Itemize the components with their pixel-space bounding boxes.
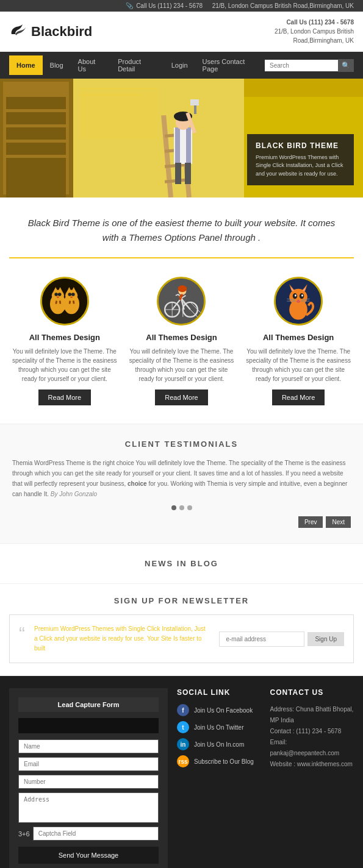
number-input[interactable] — [18, 775, 159, 789]
feature-icon-1 — [40, 277, 89, 326]
svg-rect-17 — [175, 127, 180, 164]
logo[interactable]: Blackbird — [9, 23, 92, 40]
search-input[interactable] — [265, 60, 338, 71]
linkedin-icon: in — [177, 738, 189, 750]
signup-button[interactable]: Sign Up — [307, 632, 344, 646]
social-facebook[interactable]: f Join Us On Facebook — [177, 704, 261, 716]
hero-section: BLACK BIRD THEME Premium WordPress Theme… — [0, 79, 363, 197]
cyclist-icon — [159, 279, 204, 324]
feature-title-2: All Themes Design — [129, 333, 234, 342]
news-section: NEWS IN BLOG — [0, 544, 363, 584]
footer-form: Lead Capture Form 3+6 Send Your Message — [9, 688, 168, 868]
nav-home[interactable]: Home — [9, 55, 43, 75]
svg-point-42 — [54, 293, 58, 296]
newsletter-form: Sign Up — [219, 631, 344, 647]
nav-blog[interactable]: Blog — [43, 55, 71, 75]
feature-desc-1: You will definitely love the Theme. The … — [12, 347, 118, 383]
main-nav: Home Blog About Us Product Detail Login … — [0, 52, 363, 79]
svg-point-76 — [295, 294, 297, 297]
svg-rect-7 — [6, 143, 66, 155]
svg-point-69 — [289, 289, 307, 306]
svg-point-46 — [57, 296, 59, 298]
phone-text: Call Us (111) 234 - 5678 — [136, 2, 203, 9]
email-field[interactable] — [18, 757, 159, 771]
svg-rect-5 — [6, 112, 66, 124]
tigers-icon — [42, 279, 87, 324]
feature-title-3: All Themes Design — [246, 333, 351, 342]
captcha-input[interactable] — [33, 827, 159, 841]
newsletter-section: SIGN UP FOR NEWSLETTER “ Premium WordPre… — [0, 584, 363, 676]
dot-3[interactable] — [187, 505, 192, 510]
header: Blackbird Call Us (111) 234 - 5678 21/B,… — [0, 12, 363, 52]
feature-btn-1[interactable]: Read More — [38, 390, 91, 405]
contact-info: Call Us (111) 234 - 5678 21/B, London Ca… — [275, 18, 354, 45]
linkedin-label: Join Us On In.com — [194, 741, 244, 748]
social-heading: SOCIAL LINK — [177, 688, 261, 697]
nav-login[interactable]: Login — [164, 55, 195, 75]
email-input[interactable] — [219, 631, 304, 647]
dot-1[interactable] — [171, 505, 176, 510]
cat-icon — [276, 279, 321, 324]
svg-rect-4 — [6, 97, 66, 109]
facebook-label: Join Us On Facebook — [194, 707, 253, 714]
submit-button[interactable]: Send Your Message — [18, 847, 159, 864]
hero-title: BLACK BIRD THEME — [256, 141, 345, 150]
rss-label: Subscribe to Our Blog — [194, 758, 254, 765]
svg-rect-6 — [6, 127, 66, 140]
logo-bird-icon — [9, 23, 26, 40]
feature-icon-2 — [157, 277, 206, 326]
social-linkedin[interactable]: in Join Us On In.com — [177, 738, 261, 750]
testimonials-heading: CLIENT TESTIMONIALS — [12, 439, 351, 449]
contact-phone: Contact : (111) 234 - 5678 — [270, 728, 342, 735]
footer-section: Lead Capture Form 3+6 Send Your Message … — [0, 676, 363, 868]
facebook-icon: f — [177, 704, 189, 716]
svg-point-45 — [71, 293, 75, 296]
contact-website: Website : www.inkthemes.com — [270, 761, 353, 767]
svg-rect-24 — [175, 163, 181, 184]
feature-icon-3 — [274, 277, 323, 326]
nav-product[interactable]: Product Detail — [110, 52, 164, 79]
svg-rect-18 — [186, 127, 191, 164]
header-phone: Call Us (111) 234 - 5678 — [275, 18, 354, 27]
feature-btn-2[interactable]: Read More — [155, 390, 207, 405]
search-box: 🔍 — [265, 59, 354, 72]
form-heading: Lead Capture Form — [18, 697, 159, 712]
features-section: All Themes Design You will definitely lo… — [0, 258, 363, 424]
feature-1: All Themes Design You will definitely lo… — [12, 277, 118, 405]
intro-text: Black Bird Theme is one of the easiest t… — [21, 216, 342, 245]
captcha-row: 3+6 — [18, 827, 159, 841]
news-heading: NEWS IN BLOG — [12, 559, 351, 568]
feature-2: All Themes Design You will definitely lo… — [129, 277, 234, 405]
svg-point-47 — [70, 296, 73, 298]
form-dark-area — [18, 718, 159, 733]
address-input[interactable] — [18, 792, 159, 823]
search-button[interactable]: 🔍 — [338, 59, 354, 72]
next-button[interactable]: Next — [326, 516, 351, 528]
captcha-label: 3+6 — [18, 830, 30, 838]
prev-button[interactable]: Prev — [298, 516, 323, 528]
name-input[interactable] — [18, 739, 159, 753]
social-rss[interactable]: rss Subscribe to Our Blog — [177, 755, 261, 767]
top-bar: 📎 Call Us (111) 234 - 5678 21/B, London … — [0, 0, 363, 12]
svg-rect-25 — [185, 163, 191, 184]
rss-icon: rss — [177, 755, 189, 767]
footer-social: SOCIAL LINK f Join Us On Facebook t Join… — [177, 688, 261, 868]
testimonial-text: Themia WordPress Theme is the right choi… — [12, 458, 351, 499]
phone-icon: 📎 — [126, 2, 133, 9]
feature-title-1: All Themes Design — [12, 333, 118, 342]
newsletter-text: Premium WordPress Themes with Single Cli… — [34, 624, 210, 653]
dot-2[interactable] — [179, 505, 184, 510]
testimonial-nav: Prev Next — [12, 516, 351, 528]
nav-contact[interactable]: Users Contact Page — [195, 52, 265, 79]
svg-point-43 — [58, 293, 62, 296]
quote-icon: “ — [19, 624, 25, 642]
feature-btn-3[interactable]: Read More — [272, 390, 325, 405]
svg-rect-23 — [190, 99, 199, 105]
address-text: 21/B, London Campus British Road,Birming… — [212, 2, 354, 9]
nav-about[interactable]: About Us — [71, 52, 111, 79]
contact-details: Address: Chuna Bhatti Bhopal, MP India C… — [270, 704, 354, 770]
newsletter-box: “ Premium WordPress Themes with Single C… — [9, 614, 354, 663]
contact-address: Address: Chuna Bhatti Bhopal, MP India — [270, 706, 354, 724]
testimonial-dots — [12, 505, 351, 510]
social-twitter[interactable]: t Join Us On Twitter — [177, 721, 261, 733]
